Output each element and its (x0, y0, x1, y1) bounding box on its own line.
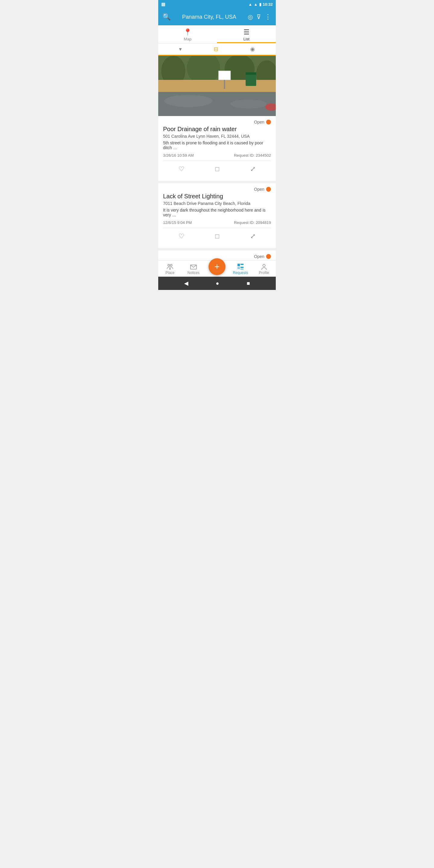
card-1-date: 3/26/16 10:59 AM (163, 153, 194, 158)
recents-button[interactable]: ■ (247, 280, 250, 287)
back-button[interactable]: ◀ (184, 280, 188, 287)
notices-label: Notices (187, 271, 199, 275)
bottom-nav-notices[interactable]: Notices (182, 262, 205, 276)
svg-rect-23 (241, 269, 244, 270)
request-card-2: Open Lack of Street Lighting 7011 Beach … (158, 183, 276, 248)
battery-icon: ▮ (259, 2, 261, 7)
filter-chevron-icon[interactable]: ▾ (179, 46, 182, 53)
svg-rect-20 (241, 264, 244, 265)
svg-rect-22 (241, 267, 244, 268)
content-area: Open Poor Drainage of rain water 501 Car… (158, 56, 276, 260)
request-card-1: Open Poor Drainage of rain water 501 Car… (158, 56, 276, 181)
tab-map[interactable]: 📍 Map (158, 25, 217, 43)
android-nav-bar: ◀ ● ■ (158, 277, 276, 290)
location-title: Panama City, FL, USA (174, 14, 244, 20)
card-1-status-dot (266, 120, 271, 124)
card-2-request-id: Request ID: 2094819 (234, 220, 271, 225)
wifi-icon: ▲ (248, 2, 252, 7)
sim-icon: ▤ (161, 2, 165, 7)
time-display: 10:32 (263, 2, 273, 7)
card-1-status-row: Open (163, 120, 271, 124)
partial-card-3-status-dot (266, 254, 271, 259)
card-2-share-button[interactable]: ⤢ (244, 231, 261, 241)
profile-icon (260, 263, 268, 271)
card-1-request-id: Request ID: 2344502 (234, 153, 271, 158)
tab-bar: 📍 Map ☰ List (158, 25, 276, 43)
card-1-description: 5th street is prone to flooding and it i… (163, 141, 271, 150)
card-2-status-label: Open (254, 187, 264, 192)
signal-icon: ▲ (254, 2, 258, 7)
card-1-body: Open Poor Drainage of rain water 501 Car… (158, 116, 276, 181)
svg-point-17 (169, 268, 170, 270)
requests-label: Requests (233, 271, 248, 275)
profile-label: Profile (259, 271, 269, 275)
card-2-description: It is very dark throughout the neighborh… (163, 208, 271, 217)
svg-point-9 (230, 99, 267, 108)
card-2-body: Open Lack of Street Lighting 7011 Beach … (158, 183, 276, 248)
partial-card-3-status-label: Open (254, 254, 264, 259)
home-button[interactable]: ● (216, 280, 219, 287)
requests-icon (237, 263, 244, 271)
more-options-icon[interactable]: ⋮ (265, 13, 272, 21)
place-label: Place (165, 271, 175, 275)
bottom-nav-add[interactable]: + (205, 262, 229, 275)
filter-dash-icon[interactable]: ⊟ (214, 46, 218, 53)
location-target-icon[interactable]: ◎ (248, 13, 253, 21)
map-icon: 📍 (184, 28, 192, 36)
status-bar: ▤ ▲ ▲ ▮ 10:32 (158, 0, 276, 8)
bottom-nav-place[interactable]: Place (158, 262, 182, 276)
filter-icon[interactable]: ⊽ (256, 13, 261, 21)
tab-list-label: List (243, 37, 249, 41)
card-2-status-row: Open (163, 187, 271, 192)
card-1-actions: ♡ □ ⤢ (163, 161, 271, 177)
svg-point-8 (164, 95, 213, 107)
card-2-comment-button[interactable]: □ (209, 231, 225, 241)
card-1-comment-button[interactable]: □ (209, 164, 225, 174)
status-bar-right: ▲ ▲ ▮ 10:32 (248, 2, 273, 7)
search-icon[interactable]: 🔍 (162, 13, 170, 21)
card-1-address: 501 Carolina Ave Lynn Haven, FL 32444, U… (163, 134, 271, 138)
tab-list[interactable]: ☰ List (217, 25, 276, 43)
filter-strip: ▾ ⊟ ◉ (158, 43, 276, 56)
card-2-meta: 12/8/15 9:04 PM Request ID: 2094819 (163, 220, 271, 228)
card-1-share-button[interactable]: ⤢ (244, 164, 261, 174)
bottom-nav-requests[interactable]: Requests (229, 262, 252, 276)
svg-rect-11 (224, 80, 225, 89)
card-2-title[interactable]: Lack of Street Lighting (163, 193, 271, 200)
svg-point-15 (168, 264, 170, 266)
card-2-date: 12/8/15 9:04 PM (163, 220, 192, 225)
list-icon: ☰ (244, 28, 250, 36)
svg-rect-13 (246, 72, 256, 75)
flood-image-svg (158, 56, 276, 116)
bottom-nav-profile[interactable]: Profile (252, 262, 276, 276)
card-1-meta: 3/26/16 10:59 AM Request ID: 2344502 (163, 153, 271, 161)
svg-rect-21 (238, 267, 240, 269)
card-2-actions: ♡ □ ⤢ (163, 228, 271, 244)
tab-map-label: Map (184, 37, 191, 41)
card-2-like-button[interactable]: ♡ (173, 231, 190, 241)
svg-point-24 (263, 264, 265, 267)
svg-rect-10 (218, 71, 230, 80)
notices-icon (190, 263, 197, 271)
card-2-address: 7011 Beach Drive Panama City Beach, Flor… (163, 201, 271, 206)
bottom-nav: Place Notices + Requests Profile (158, 260, 276, 277)
card-image-flood[interactable] (158, 56, 276, 116)
card-1-title[interactable]: Poor Drainage of rain water (163, 126, 271, 133)
svg-point-16 (170, 264, 172, 266)
card-2-status-dot (266, 187, 271, 192)
status-bar-left: ▤ (161, 2, 165, 7)
top-nav: 🔍 Panama City, FL, USA ◎ ⊽ ⋮ (158, 8, 276, 25)
place-icon (166, 263, 174, 271)
svg-rect-19 (238, 264, 240, 266)
add-request-button[interactable]: + (209, 258, 225, 275)
card-1-status-label: Open (254, 120, 264, 124)
filter-circle-icon[interactable]: ◉ (250, 46, 255, 53)
card-1-like-button[interactable]: ♡ (173, 164, 190, 174)
